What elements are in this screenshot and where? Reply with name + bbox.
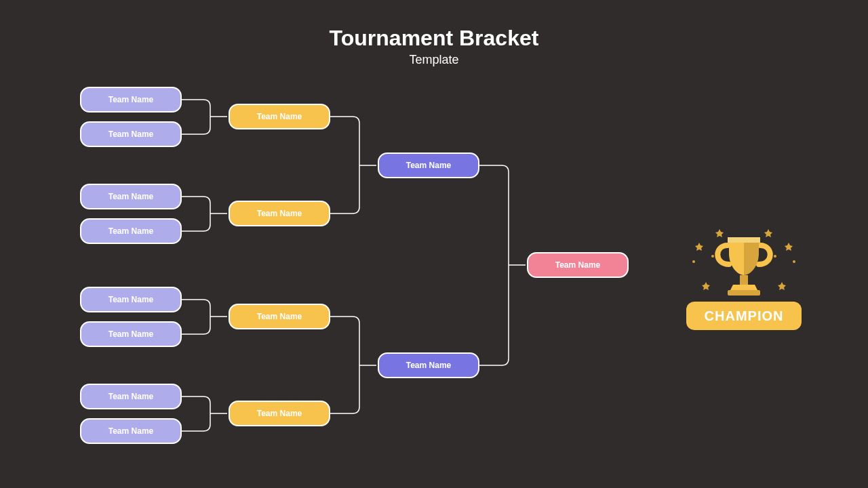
bracket-diagram: Tournament Bracket Template Team Name Te… — [0, 0, 868, 488]
qf-team-4: Team Name — [229, 401, 330, 426]
svg-point-2 — [711, 255, 714, 258]
team-label: Team Name — [108, 192, 153, 201]
svg-point-0 — [692, 260, 695, 263]
trophy-icon — [690, 222, 798, 304]
qf-team-2: Team Name — [229, 201, 330, 226]
r1-team-8: Team Name — [80, 418, 182, 444]
team-label: Team Name — [108, 329, 153, 339]
team-label: Team Name — [108, 129, 153, 139]
team-label: Team Name — [108, 295, 153, 304]
team-label: Team Name — [257, 112, 302, 121]
r1-team-6: Team Name — [80, 321, 182, 347]
final-team: Team Name — [527, 252, 629, 278]
svg-rect-6 — [728, 290, 760, 296]
sf-team-1: Team Name — [378, 152, 479, 178]
sf-team-2: Team Name — [378, 352, 479, 378]
svg-point-3 — [774, 255, 776, 258]
r1-team-5: Team Name — [80, 287, 182, 312]
page-subtitle: Template — [0, 53, 868, 67]
team-label: Team Name — [257, 312, 302, 321]
team-label: Team Name — [406, 161, 451, 170]
team-label: Team Name — [257, 209, 302, 218]
team-label: Team Name — [108, 392, 153, 401]
svg-rect-4 — [728, 237, 760, 243]
team-label: Team Name — [108, 226, 153, 236]
page-title: Tournament Bracket — [0, 26, 868, 51]
champion-label: CHAMPION — [705, 308, 784, 324]
r1-team-2: Team Name — [80, 121, 182, 147]
svg-rect-5 — [740, 275, 748, 285]
r1-team-3: Team Name — [80, 184, 182, 209]
champion-badge: CHAMPION — [686, 302, 802, 330]
qf-team-3: Team Name — [229, 304, 330, 329]
team-label: Team Name — [555, 260, 600, 270]
qf-team-1: Team Name — [229, 104, 330, 129]
r1-team-4: Team Name — [80, 218, 182, 244]
team-label: Team Name — [108, 95, 153, 104]
team-label: Team Name — [108, 426, 153, 436]
team-label: Team Name — [406, 361, 451, 370]
svg-point-1 — [793, 260, 795, 263]
r1-team-1: Team Name — [80, 87, 182, 113]
r1-team-7: Team Name — [80, 384, 182, 409]
team-label: Team Name — [257, 409, 302, 418]
